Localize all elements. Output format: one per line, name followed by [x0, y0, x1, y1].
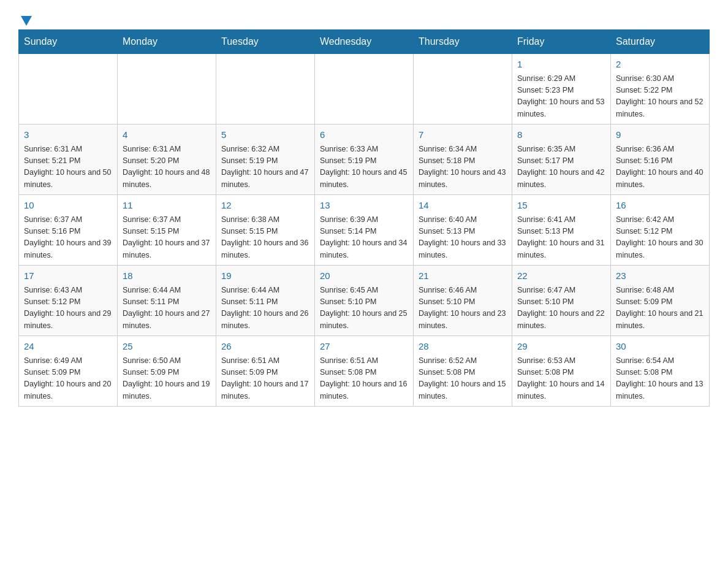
- day-number: 24: [24, 340, 112, 354]
- calendar-cell: 23Sunrise: 6:48 AMSunset: 5:09 PMDayligh…: [611, 266, 710, 336]
- day-number: 15: [517, 199, 605, 213]
- page-header: [18, 12, 710, 23]
- calendar-cell: 29Sunrise: 6:53 AMSunset: 5:08 PMDayligh…: [512, 336, 611, 407]
- weekday-header-sunday: Sunday: [19, 30, 118, 54]
- day-number: 29: [517, 340, 605, 354]
- day-info: Sunrise: 6:52 AMSunset: 5:08 PMDaylight:…: [419, 355, 507, 403]
- weekday-header-tuesday: Tuesday: [216, 30, 315, 54]
- day-info: Sunrise: 6:36 AMSunset: 5:16 PMDaylight:…: [616, 144, 704, 191]
- day-info: Sunrise: 6:50 AMSunset: 5:09 PMDaylight:…: [123, 355, 211, 403]
- day-info: Sunrise: 6:33 AMSunset: 5:19 PMDaylight:…: [320, 144, 408, 191]
- calendar-cell: 18Sunrise: 6:44 AMSunset: 5:11 PMDayligh…: [118, 266, 216, 336]
- day-info: Sunrise: 6:49 AMSunset: 5:09 PMDaylight:…: [24, 355, 112, 403]
- day-info: Sunrise: 6:40 AMSunset: 5:13 PMDaylight:…: [419, 214, 507, 262]
- day-number: 21: [419, 269, 507, 283]
- day-info: Sunrise: 6:48 AMSunset: 5:09 PMDaylight:…: [616, 285, 704, 332]
- day-info: Sunrise: 6:38 AMSunset: 5:15 PMDaylight:…: [221, 214, 309, 262]
- day-number: 11: [123, 199, 211, 213]
- day-number: 12: [221, 199, 309, 213]
- svg-marker-0: [21, 16, 32, 26]
- day-number: 25: [123, 340, 211, 354]
- calendar-cell: 17Sunrise: 6:43 AMSunset: 5:12 PMDayligh…: [19, 266, 118, 336]
- day-info: Sunrise: 6:51 AMSunset: 5:08 PMDaylight:…: [320, 355, 408, 403]
- day-info: Sunrise: 6:54 AMSunset: 5:08 PMDaylight:…: [616, 355, 704, 403]
- calendar-cell: 13Sunrise: 6:39 AMSunset: 5:14 PMDayligh…: [315, 195, 414, 266]
- weekday-header-wednesday: Wednesday: [315, 30, 414, 54]
- day-number: 9: [616, 128, 704, 142]
- calendar-cell: [19, 54, 118, 124]
- day-info: Sunrise: 6:51 AMSunset: 5:09 PMDaylight:…: [221, 355, 309, 403]
- day-number: 13: [320, 199, 408, 213]
- day-info: Sunrise: 6:45 AMSunset: 5:10 PMDaylight:…: [320, 285, 408, 332]
- day-number: 30: [616, 340, 704, 354]
- weekday-header-saturday: Saturday: [611, 30, 710, 54]
- day-info: Sunrise: 6:30 AMSunset: 5:22 PMDaylight:…: [616, 73, 704, 121]
- calendar-cell: [414, 54, 512, 124]
- day-info: Sunrise: 6:43 AMSunset: 5:12 PMDaylight:…: [24, 285, 112, 332]
- calendar-cell: 12Sunrise: 6:38 AMSunset: 5:15 PMDayligh…: [216, 195, 315, 266]
- day-number: 28: [419, 340, 507, 354]
- day-number: 16: [616, 199, 704, 213]
- day-number: 1: [517, 58, 605, 72]
- calendar-week-row: 10Sunrise: 6:37 AMSunset: 5:16 PMDayligh…: [19, 195, 710, 266]
- calendar-cell: 19Sunrise: 6:44 AMSunset: 5:11 PMDayligh…: [216, 266, 315, 336]
- day-info: Sunrise: 6:41 AMSunset: 5:13 PMDaylight:…: [517, 214, 605, 262]
- calendar-cell: 30Sunrise: 6:54 AMSunset: 5:08 PMDayligh…: [611, 336, 710, 407]
- weekday-header-thursday: Thursday: [414, 30, 512, 54]
- calendar-cell: 22Sunrise: 6:47 AMSunset: 5:10 PMDayligh…: [512, 266, 611, 336]
- day-number: 5: [221, 128, 309, 142]
- day-number: 17: [24, 269, 112, 283]
- day-info: Sunrise: 6:53 AMSunset: 5:08 PMDaylight:…: [517, 355, 605, 403]
- calendar-cell: 27Sunrise: 6:51 AMSunset: 5:08 PMDayligh…: [315, 336, 414, 407]
- calendar-cell: 1Sunrise: 6:29 AMSunset: 5:23 PMDaylight…: [512, 54, 611, 124]
- calendar-cell: 26Sunrise: 6:51 AMSunset: 5:09 PMDayligh…: [216, 336, 315, 407]
- day-number: 23: [616, 269, 704, 283]
- calendar-week-row: 3Sunrise: 6:31 AMSunset: 5:21 PMDaylight…: [19, 124, 710, 195]
- day-number: 14: [419, 199, 507, 213]
- calendar-cell: 20Sunrise: 6:45 AMSunset: 5:10 PMDayligh…: [315, 266, 414, 336]
- day-number: 7: [419, 128, 507, 142]
- weekday-header-monday: Monday: [118, 30, 216, 54]
- weekday-header-friday: Friday: [512, 30, 611, 54]
- calendar-cell: 24Sunrise: 6:49 AMSunset: 5:09 PMDayligh…: [19, 336, 118, 407]
- day-info: Sunrise: 6:44 AMSunset: 5:11 PMDaylight:…: [221, 285, 309, 332]
- day-number: 2: [616, 58, 704, 72]
- day-number: 20: [320, 269, 408, 283]
- calendar-cell: 15Sunrise: 6:41 AMSunset: 5:13 PMDayligh…: [512, 195, 611, 266]
- day-info: Sunrise: 6:31 AMSunset: 5:20 PMDaylight:…: [123, 144, 211, 191]
- calendar-cell: 7Sunrise: 6:34 AMSunset: 5:18 PMDaylight…: [414, 124, 512, 195]
- day-info: Sunrise: 6:32 AMSunset: 5:19 PMDaylight:…: [221, 144, 309, 191]
- calendar-cell: 3Sunrise: 6:31 AMSunset: 5:21 PMDaylight…: [19, 124, 118, 195]
- day-number: 22: [517, 269, 605, 283]
- calendar-cell: 25Sunrise: 6:50 AMSunset: 5:09 PMDayligh…: [118, 336, 216, 407]
- logo: [18, 12, 33, 23]
- calendar-cell: 2Sunrise: 6:30 AMSunset: 5:22 PMDaylight…: [611, 54, 710, 124]
- calendar-cell: 14Sunrise: 6:40 AMSunset: 5:13 PMDayligh…: [414, 195, 512, 266]
- calendar-cell: 21Sunrise: 6:46 AMSunset: 5:10 PMDayligh…: [414, 266, 512, 336]
- calendar-cell: 9Sunrise: 6:36 AMSunset: 5:16 PMDaylight…: [611, 124, 710, 195]
- calendar-week-row: 24Sunrise: 6:49 AMSunset: 5:09 PMDayligh…: [19, 336, 710, 407]
- day-number: 18: [123, 269, 211, 283]
- calendar-cell: 6Sunrise: 6:33 AMSunset: 5:19 PMDaylight…: [315, 124, 414, 195]
- day-info: Sunrise: 6:47 AMSunset: 5:10 PMDaylight:…: [517, 285, 605, 332]
- day-info: Sunrise: 6:44 AMSunset: 5:11 PMDaylight:…: [123, 285, 211, 332]
- day-number: 3: [24, 128, 112, 142]
- day-number: 26: [221, 340, 309, 354]
- calendar-cell: 11Sunrise: 6:37 AMSunset: 5:15 PMDayligh…: [118, 195, 216, 266]
- day-info: Sunrise: 6:35 AMSunset: 5:17 PMDaylight:…: [517, 144, 605, 191]
- calendar-cell: 16Sunrise: 6:42 AMSunset: 5:12 PMDayligh…: [611, 195, 710, 266]
- day-info: Sunrise: 6:42 AMSunset: 5:12 PMDaylight:…: [616, 214, 704, 262]
- day-info: Sunrise: 6:31 AMSunset: 5:21 PMDaylight:…: [24, 144, 112, 191]
- day-number: 6: [320, 128, 408, 142]
- day-number: 27: [320, 340, 408, 354]
- day-number: 19: [221, 269, 309, 283]
- calendar-cell: 5Sunrise: 6:32 AMSunset: 5:19 PMDaylight…: [216, 124, 315, 195]
- day-info: Sunrise: 6:37 AMSunset: 5:16 PMDaylight:…: [24, 214, 112, 262]
- calendar-week-row: 1Sunrise: 6:29 AMSunset: 5:23 PMDaylight…: [19, 54, 710, 124]
- day-info: Sunrise: 6:46 AMSunset: 5:10 PMDaylight:…: [419, 285, 507, 332]
- calendar-cell: [118, 54, 216, 124]
- day-info: Sunrise: 6:34 AMSunset: 5:18 PMDaylight:…: [419, 144, 507, 191]
- calendar-cell: 8Sunrise: 6:35 AMSunset: 5:17 PMDaylight…: [512, 124, 611, 195]
- calendar-cell: 4Sunrise: 6:31 AMSunset: 5:20 PMDaylight…: [118, 124, 216, 195]
- calendar-cell: [315, 54, 414, 124]
